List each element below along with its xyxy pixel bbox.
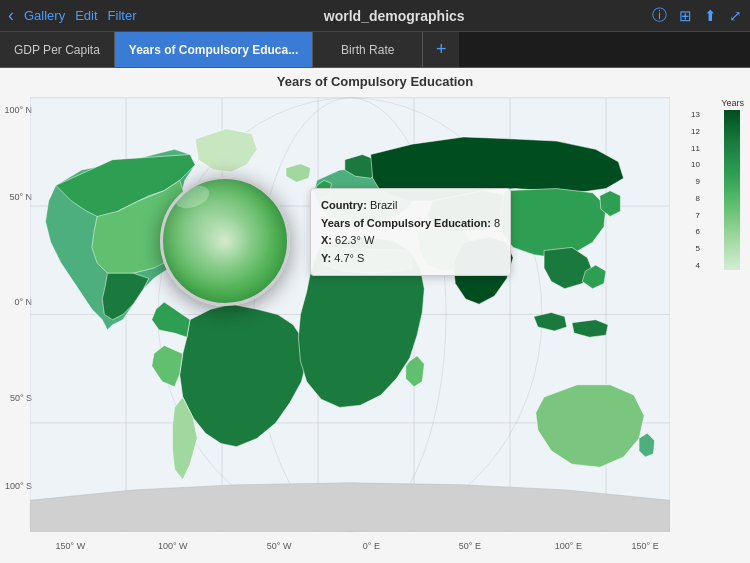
tooltip: Country: Brazil Years of Compulsory Educ… <box>310 188 511 276</box>
tab-birthrate[interactable]: Birth Rate <box>313 32 423 67</box>
filter-button[interactable]: Filter <box>108 8 137 23</box>
x-axis-label-100e: 100° E <box>555 541 582 551</box>
world-map-svg[interactable] <box>30 96 670 533</box>
tab-gdp[interactable]: GDP Per Capita <box>0 32 115 67</box>
svg-rect-0 <box>724 110 740 270</box>
back-chevron-icon: ‹ <box>8 5 14 26</box>
tooltip-x-value: 62.3° W <box>335 234 374 246</box>
top-bar: ‹ Gallery Edit Filter world_demographics… <box>0 0 750 32</box>
y-axis-label-100s: 100° S <box>5 481 32 491</box>
legend-labels: 13 12 11 10 9 8 7 6 5 4 <box>691 110 700 270</box>
magnifier <box>160 176 290 306</box>
legend-title: Years <box>689 98 744 108</box>
tab-bar: GDP Per Capita Years of Compulsory Educa… <box>0 32 750 68</box>
tooltip-education-label: Years of Compulsory Education: <box>321 217 491 229</box>
add-tab-button[interactable]: + <box>423 32 459 67</box>
chart-title: Years of Compulsory Education <box>0 74 750 89</box>
tooltip-country-label: Country: <box>321 199 367 211</box>
tab-education[interactable]: Years of Compulsory Educa... <box>115 32 313 67</box>
tooltip-x-label: X: <box>321 234 332 246</box>
resize-icon[interactable]: ⤢ <box>729 7 742 25</box>
map-container: 100° N 50° N 0° N 50° S 100° S 150° W 10… <box>30 96 670 533</box>
grid-icon[interactable]: ⊞ <box>679 7 692 25</box>
undo-button[interactable]: Edit <box>75 8 97 23</box>
x-axis-label-50w: 50° W <box>267 541 292 551</box>
share-icon[interactable]: ⬆ <box>704 7 717 25</box>
info-icon[interactable]: ⓘ <box>652 6 667 25</box>
chart-area: Years of Compulsory Education Years <box>0 68 750 563</box>
tooltip-y-value: 4.7° S <box>334 252 364 264</box>
tooltip-country-value: Brazil <box>370 199 398 211</box>
legend-gradient <box>724 110 744 270</box>
x-axis-label-50e: 50° E <box>459 541 481 551</box>
x-axis-label-150e: 150° E <box>632 541 659 551</box>
x-axis-label-0e: 0° E <box>363 541 380 551</box>
legend: Years 13 12 11 <box>689 98 744 270</box>
tooltip-y-label: Y: <box>321 252 331 264</box>
y-axis-label-50s: 50° S <box>10 393 32 403</box>
app-title: world_demographics <box>324 8 465 24</box>
tooltip-education-value: 8 <box>494 217 500 229</box>
y-axis-label-50n: 50° N <box>9 192 32 202</box>
x-axis-label-150w: 150° W <box>56 541 86 551</box>
y-axis-label-100n: 100° N <box>4 105 32 115</box>
x-axis-label-100w: 100° W <box>158 541 188 551</box>
gallery-button[interactable]: Gallery <box>24 8 65 23</box>
